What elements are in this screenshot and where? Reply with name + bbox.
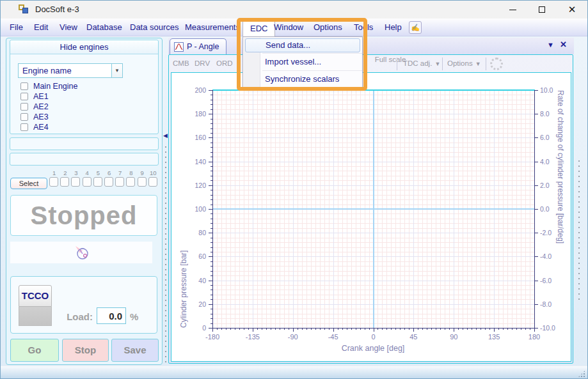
x-tick-label: 0	[358, 333, 390, 341]
menu-item-measurements[interactable]: Measurements	[185, 20, 240, 35]
engine-checkbox[interactable]	[20, 93, 28, 100]
collapse-arrow-icon[interactable]: ◀	[163, 132, 168, 139]
tdc-adj-dropdown[interactable]: TDC adj.▼	[403, 55, 440, 72]
menu-item-import-vessel[interactable]: Import vessel...	[243, 54, 362, 70]
y-tick-label: 160	[171, 134, 206, 141]
tab-close-icon[interactable]: ✕	[560, 40, 567, 49]
options-dropdown[interactable]: Options▼	[447, 55, 481, 72]
cylinder-checkbox[interactable]	[126, 177, 135, 187]
engine-row: AE4	[10, 122, 158, 132]
engine-label: AE4	[33, 122, 49, 132]
engine-checkbox[interactable]	[20, 113, 28, 121]
load-unit: %	[130, 311, 138, 322]
curve-icon	[174, 42, 184, 52]
right-splitter[interactable]	[576, 54, 582, 364]
cylinder-checkbox[interactable]	[83, 177, 91, 187]
menu-item-edit[interactable]: Edit	[34, 20, 48, 35]
x-tick	[413, 328, 414, 332]
y-minor-tick	[211, 238, 212, 238]
x-tick	[212, 328, 213, 332]
engine-label: AE2	[33, 102, 49, 112]
cylinder-checkbox[interactable]	[138, 177, 147, 187]
drv-button[interactable]: DRV	[195, 55, 210, 72]
menu-item-options[interactable]: Options	[314, 20, 342, 35]
menu-item-file[interactable]: File	[10, 20, 23, 35]
y-tick-label: 180	[171, 110, 206, 118]
cylinder-column: 2	[60, 170, 70, 188]
cylinder-checkbox[interactable]	[49, 177, 58, 187]
tcco-button[interactable]: TCCO	[19, 285, 52, 326]
menu-item-send-data[interactable]: Send data...	[245, 38, 360, 52]
x-tick-label: 45	[397, 333, 429, 341]
engine-row: AE3	[10, 112, 158, 122]
x-minor-tick	[324, 328, 325, 330]
y2-tick-label: -4.0	[540, 252, 563, 260]
menu-item-edc[interactable]: EDC	[242, 20, 275, 36]
y-tick-label: 80	[171, 229, 206, 236]
load-input[interactable]	[97, 307, 126, 324]
splitter-handle[interactable]	[165, 146, 166, 379]
x-minor-tick	[400, 328, 401, 330]
close-button[interactable]: ✕	[557, 1, 587, 19]
y-minor-tick	[211, 314, 212, 314]
cylinder-checkbox[interactable]	[60, 177, 69, 187]
cylinder-checkbox[interactable]	[104, 177, 113, 187]
x-minor-tick	[409, 328, 409, 330]
cylinder-checkbox[interactable]	[148, 177, 157, 187]
go-button[interactable]: Go	[10, 339, 59, 362]
stop-button[interactable]: Stop	[62, 339, 109, 362]
cylinder-checkbox[interactable]	[115, 177, 124, 187]
empty-panel-2	[10, 153, 159, 166]
cylinder-checkbox-row: 12345678910	[49, 170, 161, 188]
tab-list-dropdown-icon[interactable]: ▼	[547, 41, 554, 49]
y2-tick-label: -10.0	[540, 324, 563, 332]
cylinder-checkbox[interactable]	[71, 177, 80, 187]
x-tick-label: 90	[438, 333, 470, 341]
tab-p-angle[interactable]: P - Angle	[170, 38, 226, 54]
menu-item-database[interactable]: Database	[86, 20, 122, 35]
y-minor-tick	[211, 290, 212, 290]
save-button[interactable]: Save	[111, 339, 159, 362]
cylinder-checkbox[interactable]	[93, 177, 102, 187]
engine-checkbox[interactable]	[20, 103, 28, 111]
y-minor-tick	[211, 104, 212, 105]
x-minor-tick	[472, 328, 472, 330]
left-splitter[interactable]: ◀	[163, 38, 168, 365]
y2-tick	[534, 137, 538, 138]
x-tick-label: -180	[196, 333, 228, 341]
hide-engines-header[interactable]: Hide engines	[10, 40, 158, 54]
chevron-down-icon[interactable]: ▾	[111, 64, 122, 77]
axis-line	[212, 90, 213, 329]
ord-button[interactable]: ORD	[216, 55, 233, 72]
indicator-strip	[10, 242, 152, 263]
tcco-image-area	[19, 307, 52, 326]
hand-note-icon[interactable]: ✍	[409, 21, 422, 34]
x-minor-tick	[302, 328, 303, 330]
menu-item-data-sources[interactable]: Data sources	[130, 20, 179, 35]
resize-grip[interactable]	[578, 370, 585, 378]
menu-item-window[interactable]: Window	[274, 20, 303, 35]
x-tick-label: -90	[277, 333, 309, 341]
y-minor-tick	[211, 133, 212, 134]
maximize-button[interactable]	[528, 1, 556, 19]
load-label: Load:	[61, 311, 93, 322]
menu-item-help[interactable]: Help	[385, 20, 402, 35]
y-minor-tick	[211, 180, 212, 181]
engine-name-combobox[interactable]: Engine name ▾	[18, 63, 123, 78]
menu-item-synchronize-scalars[interactable]: Synchronize scalars	[243, 71, 362, 88]
x-minor-tick	[503, 328, 504, 330]
splitter-handle[interactable]	[578, 160, 580, 301]
chart-area[interactable]: Cylinder pressure [bar] Rate of change o…	[171, 72, 571, 362]
x-minor-tick	[476, 328, 477, 330]
minimize-button[interactable]	[498, 1, 527, 19]
cylinder-number: 1	[49, 169, 60, 176]
y-minor-tick	[211, 95, 212, 95]
full-scale-button[interactable]: Full scale	[374, 56, 407, 64]
x-minor-tick	[507, 328, 508, 330]
engine-checkbox[interactable]	[20, 82, 28, 90]
menu-item-tools[interactable]: Tools	[354, 20, 373, 35]
engine-checkbox[interactable]	[20, 123, 28, 131]
select-button[interactable]: Select	[10, 178, 47, 189]
cmb-button[interactable]: CMB	[173, 55, 189, 72]
menu-item-view[interactable]: View	[60, 20, 77, 35]
